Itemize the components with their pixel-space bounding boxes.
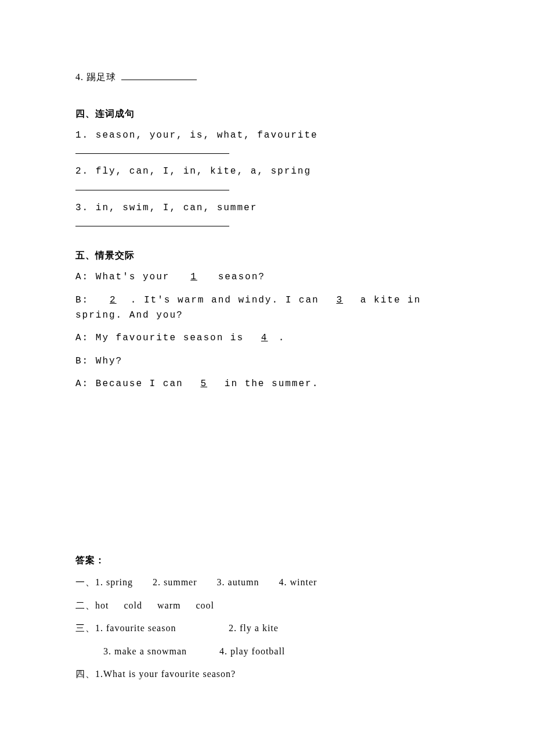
s4-item2: 2. fly, can, I, in, kite, a, spring: [75, 164, 459, 179]
ans4-prefix: 四、: [75, 669, 95, 679]
answer-2: 二、hotcoldwarmcool: [75, 598, 459, 613]
blank-2[interactable]: 2: [96, 293, 131, 308]
ans1-i2: 2. summer: [153, 577, 197, 587]
s4-item3-words: in, swim, I, can, summer: [96, 203, 257, 213]
s5-l3-pre: A: My favourite season is: [75, 333, 251, 343]
s4-item3-num: 3.: [75, 203, 89, 213]
s5-l2-pre: B:: [75, 295, 96, 305]
answer-rule-3[interactable]: [75, 226, 229, 226]
s5-l5-post: in the summer.: [218, 379, 319, 389]
blank-3[interactable]: 3: [326, 293, 353, 308]
section4-title: 四、连词成句: [75, 108, 459, 120]
ans2-i3: warm: [157, 600, 181, 610]
ans3-r1-i2: 2. fly a kite: [229, 623, 279, 633]
ans2-i2: cold: [124, 600, 142, 610]
answer-rule-2[interactable]: [75, 190, 229, 190]
ans3-prefix: 三、: [75, 623, 95, 633]
s5-l1-pre: A: What's your: [75, 272, 176, 282]
blank-1[interactable]: 1: [176, 270, 211, 285]
s5-line3: A: My favourite season is 4.: [75, 331, 459, 346]
s5-line1: A: What's your 1 season?: [75, 270, 459, 285]
s5-line4: B: Why?: [75, 354, 459, 369]
ans2-prefix: 二、: [75, 600, 95, 610]
answer-3-row1: 三、1. favourite season2. fly a kite: [75, 621, 459, 636]
ans2-i4: cool: [196, 600, 214, 610]
ans3-r1-i1: 1. favourite season: [95, 621, 229, 636]
ans3-r2-i1: 3. make a snowman: [103, 644, 219, 659]
ans1-i3: 3. autumn: [217, 577, 259, 587]
section5-title: 五、情景交际: [75, 250, 459, 262]
s5-l2-mid1: . It's warm and windy. I can: [131, 295, 326, 305]
answer-rule-1[interactable]: [75, 153, 229, 154]
s5-l5-pre: A: Because I can: [75, 379, 190, 389]
ans4-first: 1.What is your favourite season?: [95, 669, 236, 679]
answer-4-row1: 四、1.What is your favourite season?: [75, 667, 459, 682]
answers-title: 答案：: [75, 555, 459, 567]
s5-l1-post: season?: [211, 272, 265, 282]
blank-line[interactable]: [121, 71, 197, 80]
s4-item3: 3. in, swim, I, can, summer: [75, 201, 459, 216]
s4-item1-words: season, your, is, what, favourite: [96, 130, 318, 141]
ans2-i1: hot: [95, 600, 109, 610]
q3-item4: 4. 踢足球: [75, 70, 459, 85]
blank-4[interactable]: 4: [251, 331, 279, 346]
s4-item1-num: 1.: [75, 130, 89, 141]
s5-line2: B: 2. It's warm and windy. I can 3 a kit…: [75, 293, 459, 323]
s5-l3-post: .: [279, 333, 286, 343]
answer-1: 一、1. spring2. summer3. autumn4. winter: [75, 575, 459, 590]
q3-item4-number: 4.: [75, 72, 84, 82]
ans3-r2-i2: 4. play football: [219, 646, 285, 656]
ans1-i1: 1. spring: [95, 577, 133, 587]
q3-item4-label: 踢足球: [86, 72, 116, 82]
s4-item2-num: 2.: [75, 166, 89, 177]
s4-item2-words: fly, can, I, in, kite, a, spring: [96, 166, 311, 177]
answer-3-row2: 3. make a snowman4. play football: [75, 644, 459, 659]
s4-item1: 1. season, your, is, what, favourite: [75, 128, 459, 143]
s5-line5: A: Because I can 5 in the summer.: [75, 377, 459, 392]
blank-5[interactable]: 5: [190, 377, 218, 392]
ans1-i4: 4. winter: [279, 577, 317, 587]
ans1-prefix: 一、: [75, 577, 95, 587]
